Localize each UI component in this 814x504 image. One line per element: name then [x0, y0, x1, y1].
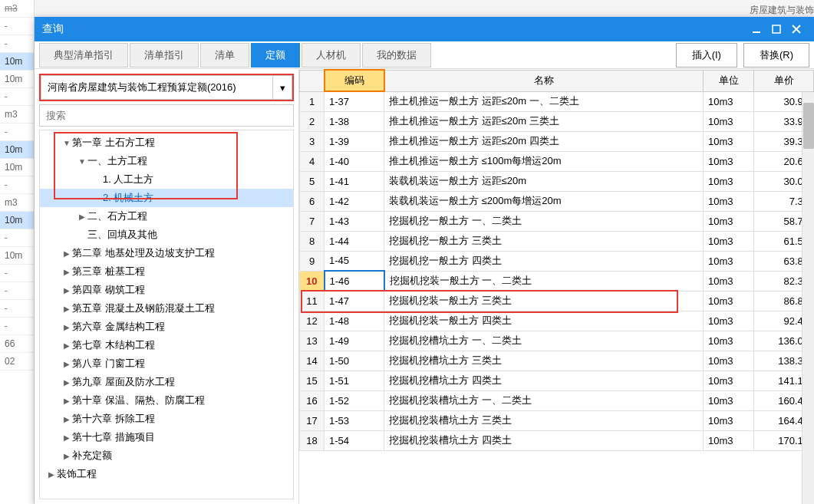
cell-unit[interactable]: 10m3 — [704, 91, 754, 111]
combo-dropdown-icon[interactable]: ▾ — [272, 75, 292, 100]
replace-button[interactable]: 替换(R) — [743, 43, 809, 68]
cell-unit[interactable]: 10m3 — [704, 410, 754, 430]
chevron-right-icon[interactable]: ▶ — [61, 268, 72, 276]
table-row[interactable]: 131-49挖掘机挖槽坑土方 一、二类土10m3136.03 — [300, 331, 814, 351]
tab-4[interactable]: 人材机 — [302, 43, 361, 68]
cell-name[interactable]: 挖掘机挖装槽坑土方 一、二类土 — [384, 390, 704, 410]
tree-item[interactable]: ▶装饰工程 — [40, 465, 293, 483]
chevron-right-icon[interactable]: ▶ — [61, 415, 72, 423]
cell-name[interactable]: 挖掘机挖装槽坑土方 三类土 — [384, 410, 704, 430]
cell-code[interactable]: 1-50 — [325, 351, 384, 371]
tree-item[interactable]: ▶第十七章 措施项目 — [40, 428, 293, 446]
tree-item[interactable]: ▶二、石方工程 — [40, 207, 293, 226]
cell-name[interactable]: 挖掘机挖一般土方 一、二类土 — [384, 211, 704, 231]
cell-unit[interactable]: 10m3 — [704, 271, 754, 291]
cell-code[interactable]: 1-46 — [325, 271, 384, 291]
tab-3[interactable]: 定额 — [251, 43, 300, 68]
cell-unit[interactable]: 10m3 — [704, 311, 754, 331]
cell-name[interactable]: 挖掘机挖一般土方 三类土 — [384, 231, 704, 251]
tree-item[interactable]: 1. 人工土方 — [40, 170, 293, 189]
tree-item[interactable]: ▶第十六章 拆除工程 — [40, 410, 293, 428]
tab-2[interactable]: 清单 — [200, 43, 249, 68]
cell-unit[interactable]: 10m3 — [704, 231, 754, 251]
cell-unit[interactable]: 10m3 — [704, 251, 754, 271]
table-row[interactable]: 91-45挖掘机挖一般土方 四类土10m363.84 — [300, 251, 814, 271]
cell-code[interactable]: 1-48 — [325, 311, 384, 331]
cell-name[interactable]: 挖掘机挖装一般土方 一、二类土 — [384, 271, 704, 291]
maximize-button[interactable] — [766, 21, 786, 37]
table-row[interactable]: 31-39推土机推运一般土方 运距≤20m 四类土10m339.34 — [300, 131, 814, 151]
tree-item[interactable]: 2. 机械土方 — [40, 189, 293, 207]
cell-name[interactable]: 装载机装运一般土方 ≤200m每增运20m — [384, 191, 704, 211]
table-row[interactable]: 81-44挖掘机挖一般土方 三类土10m361.54 — [300, 231, 814, 251]
cell-unit[interactable]: 10m3 — [704, 211, 754, 231]
cell-unit[interactable]: 10m3 — [704, 151, 754, 171]
cell-code[interactable]: 1-43 — [325, 211, 384, 231]
cell-name[interactable]: 推土机推运一般土方 ≤100m每增运20m — [384, 151, 704, 171]
cell-unit[interactable]: 10m3 — [704, 430, 754, 450]
cell-code[interactable]: 1-41 — [325, 171, 384, 191]
table-row[interactable]: 121-48挖掘机挖装一般土方 四类土10m392.47 — [300, 311, 814, 331]
cell-code[interactable]: 1-45 — [325, 251, 384, 271]
tree-item[interactable]: ▶补充定额 — [40, 446, 293, 465]
cell-code[interactable]: 1-44 — [325, 231, 384, 251]
cell-code[interactable]: 1-53 — [325, 410, 384, 430]
cell-code[interactable]: 1-47 — [325, 291, 384, 311]
chevron-right-icon[interactable]: ▶ — [61, 378, 72, 387]
tree-item[interactable]: 三、回填及其他 — [40, 226, 293, 244]
tree-item[interactable]: ▼一、土方工程 — [40, 152, 293, 170]
table-row[interactable]: 21-38推土机推运一般土方 运距≤20m 三类土10m333.93 — [300, 111, 814, 131]
cell-code[interactable]: 1-40 — [325, 151, 384, 171]
cell-code[interactable]: 1-38 — [325, 111, 384, 131]
cell-name[interactable]: 挖掘机挖装一般土方 四类土 — [384, 311, 704, 331]
chevron-right-icon[interactable]: ▶ — [61, 452, 72, 460]
table-row[interactable]: 181-54挖掘机挖装槽坑土方 四类土10m3170.11 — [300, 430, 814, 450]
tree-item[interactable]: ▶第五章 混凝土及钢筋混凝土工程 — [40, 299, 293, 318]
scrollbar-thumb[interactable] — [803, 103, 814, 149]
table-row[interactable]: 41-40推土机推运一般土方 ≤100m每增运20m10m320.69 — [300, 151, 814, 171]
table-row[interactable]: 141-50挖掘机挖槽坑土方 三类土10m3138.33 — [300, 351, 814, 371]
chevron-down-icon[interactable]: ▼ — [77, 157, 87, 166]
cell-unit[interactable]: 10m3 — [704, 371, 754, 390]
cell-code[interactable]: 1-39 — [325, 131, 384, 151]
cell-name[interactable]: 挖掘机挖槽坑土方 一、二类土 — [384, 331, 704, 351]
tree-item[interactable]: ▶第九章 屋面及防水工程 — [40, 373, 293, 391]
cell-unit[interactable]: 10m3 — [704, 291, 754, 311]
tree-item[interactable]: ▶第七章 木结构工程 — [40, 336, 293, 354]
table-row[interactable]: 161-52挖掘机挖装槽坑土方 一、二类土10m3160.46 — [300, 390, 814, 410]
cell-code[interactable]: 1-49 — [325, 331, 384, 351]
chevron-down-icon[interactable]: ▼ — [61, 139, 72, 147]
tree-item[interactable]: ▶第八章 门窗工程 — [40, 354, 293, 373]
cell-name[interactable]: 挖掘机挖槽坑土方 三类土 — [384, 351, 704, 371]
tree-item[interactable]: ▼第一章 土石方工程 — [40, 133, 293, 152]
chevron-right-icon[interactable]: ▶ — [61, 323, 72, 331]
chevron-right-icon[interactable]: ▶ — [61, 249, 72, 258]
tree-item[interactable]: ▶第三章 桩基工程 — [40, 262, 293, 281]
cell-name[interactable]: 挖掘机挖槽坑土方 四类土 — [384, 371, 704, 390]
minimize-button[interactable] — [746, 21, 766, 37]
cell-code[interactable]: 1-42 — [325, 191, 384, 211]
cell-unit[interactable]: 10m3 — [704, 111, 754, 131]
table-row[interactable]: 71-43挖掘机挖一般土方 一、二类土10m358.77 — [300, 211, 814, 231]
chevron-right-icon[interactable]: ▶ — [61, 397, 72, 405]
header-name[interactable]: 名称 — [384, 70, 704, 91]
cell-name[interactable]: 装载机装运一般土方 运距≤20m — [384, 171, 704, 191]
cell-unit[interactable]: 10m3 — [704, 351, 754, 371]
cell-name[interactable]: 推土机推运一般土方 运距≤20m 三类土 — [384, 111, 704, 131]
chevron-right-icon[interactable]: ▶ — [61, 341, 72, 350]
chevron-right-icon[interactable]: ▶ — [61, 360, 72, 368]
search-input[interactable] — [39, 104, 294, 127]
cell-unit[interactable]: 10m3 — [704, 171, 754, 191]
tree-item[interactable]: ▶第二章 地基处理及边坡支护工程 — [40, 244, 293, 262]
scrollbar[interactable] — [802, 92, 814, 504]
table-row[interactable]: 151-51挖掘机挖槽坑土方 四类土10m3141.13 — [300, 371, 814, 390]
tree-item[interactable]: ▶第四章 砌筑工程 — [40, 281, 293, 299]
cell-code[interactable]: 1-52 — [325, 390, 384, 410]
chevron-right-icon[interactable]: ▶ — [61, 286, 72, 295]
cell-name[interactable]: 挖掘机挖一般土方 四类土 — [384, 251, 704, 271]
tab-0[interactable]: 典型清单指引 — [39, 43, 128, 68]
header-unit[interactable]: 单位 — [704, 70, 754, 91]
cell-name[interactable]: 挖掘机挖装槽坑土方 四类土 — [384, 430, 704, 450]
table-row[interactable]: 101-46挖掘机挖装一般土方 一、二类土10m382.33 — [300, 271, 814, 291]
table-row[interactable]: 61-42装载机装运一般土方 ≤200m每增运20m10m37.39 — [300, 191, 814, 211]
